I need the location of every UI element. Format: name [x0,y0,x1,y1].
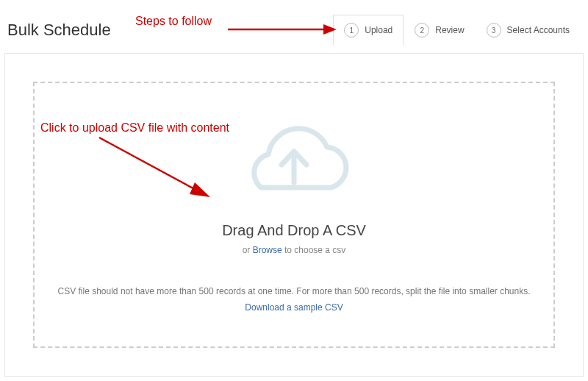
step-label: Select Accounts [507,25,570,35]
step-number: 2 [415,23,429,38]
content-panel: Drag And Drop A CSV or Browse to choose … [4,53,584,377]
step-select-accounts[interactable]: 3 Select Accounts [476,15,581,46]
steps-nav: 1 Upload 2 Review 3 Select Accounts [333,15,581,46]
csv-dropzone[interactable]: Drag And Drop A CSV or Browse to choose … [33,82,555,348]
header: Bulk Schedule 1 Upload 2 Review 3 Select… [0,0,588,53]
dropzone-title: Drag And Drop A CSV [222,222,366,239]
sub-suffix: to choose a csv [282,245,346,255]
dropzone-subtext: or Browse to choose a csv [243,245,346,255]
cloud-upload-icon [232,118,356,213]
sub-prefix: or [243,245,253,255]
download-sample-link[interactable]: Download a sample CSV [245,302,343,313]
dropzone-help-text: CSV file should not have more than 500 r… [58,286,531,296]
step-number: 3 [487,23,501,38]
step-upload[interactable]: 1 Upload [333,15,404,46]
step-number: 1 [344,23,359,38]
step-review[interactable]: 2 Review [404,15,475,46]
page-title: Bulk Schedule [7,21,111,40]
browse-link[interactable]: Browse [253,245,282,255]
step-label: Upload [365,25,392,35]
step-label: Review [435,25,464,35]
